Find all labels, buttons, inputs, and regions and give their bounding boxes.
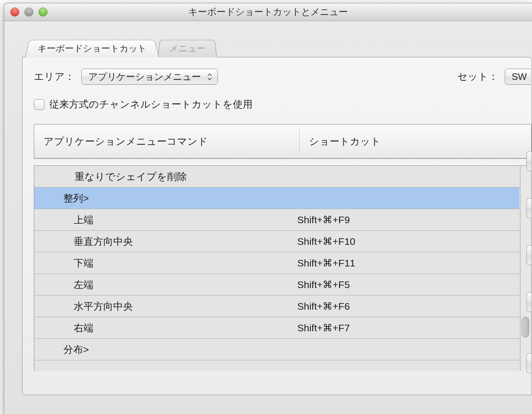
side-button[interactable] [526, 353, 532, 373]
table-row[interactable]: 右端Shift+⌘+F7 [34, 317, 519, 339]
area-select[interactable]: アプリケーションメニュー [81, 69, 218, 85]
dialog-window: キーボードショートカットとメニュー キーボードショートカット メニュー エリア：… [4, 3, 532, 414]
close-icon[interactable] [10, 8, 19, 16]
command-cell: 重なりでシェイプを削除 [34, 170, 297, 183]
command-cell: 垂直方向中央 [34, 235, 297, 248]
tab-label: キーボードショートカット [37, 44, 147, 54]
command-cell: 左端 [34, 278, 297, 291]
table-row[interactable]: 重なりでシェイプを削除 [34, 166, 519, 187]
header-table: アプリケーションメニューコマンド ショートカット [34, 124, 532, 159]
legacy-checkbox-label: 従来方式のチャンネルショートカットを使用 [49, 98, 253, 111]
table-header: アプリケーションメニューコマンド ショートカット [34, 125, 531, 158]
area-label: エリア： [34, 70, 75, 83]
table-row[interactable] [34, 360, 519, 371]
side-button[interactable] [526, 151, 532, 171]
set-group: セット： SW [457, 69, 531, 85]
column-header-shortcut-label: ショートカット [309, 136, 381, 147]
shortcut-cell: Shift+⌘+F11 [297, 258, 519, 269]
shortcut-cell: Shift+⌘+F10 [297, 236, 519, 247]
tab-menus[interactable]: メニュー [158, 40, 217, 57]
tab-bar: キーボードショートカット メニュー [25, 38, 532, 57]
side-button[interactable] [526, 198, 532, 218]
table-row[interactable]: 下端Shift+⌘+F11 [34, 252, 519, 274]
shortcut-cell: Shift+⌘+F7 [297, 322, 519, 334]
tab-panel: エリア： アプリケーションメニュー セット： SW 従来方 [22, 57, 532, 395]
legacy-checkbox[interactable] [34, 99, 45, 110]
table-row[interactable]: 分布> [34, 339, 519, 360]
command-cell: 上端 [34, 213, 297, 227]
zoom-icon[interactable] [39, 8, 47, 16]
table-row[interactable]: 左端Shift+⌘+F5 [34, 274, 519, 296]
minimize-icon[interactable] [24, 8, 33, 16]
side-button[interactable] [526, 245, 532, 265]
table-row[interactable]: 上端Shift+⌘+F9 [34, 209, 519, 231]
command-cell: 右端 [34, 321, 297, 335]
column-header-command[interactable]: アプリケーションメニューコマンド [34, 129, 300, 154]
set-select-value: SW [512, 71, 527, 82]
legacy-checkbox-row: 従来方式のチャンネルショートカットを使用 [34, 98, 532, 111]
shortcut-cell: Shift+⌘+F9 [297, 214, 519, 226]
set-label: セット： [457, 70, 498, 83]
column-header-command-label: アプリケーションメニューコマンド [44, 135, 208, 148]
table-row[interactable]: 垂直方向中央Shift+⌘+F10 [34, 231, 519, 252]
set-select[interactable]: SW [505, 69, 531, 85]
updown-arrows-icon [208, 73, 212, 80]
side-buttons [526, 151, 532, 373]
grid-body: 重なりでシェイプを削除整列>上端Shift+⌘+F9垂直方向中央Shift+⌘+… [34, 166, 519, 371]
shortcut-cell: Shift+⌘+F5 [297, 279, 519, 290]
command-cell: 下端 [34, 257, 297, 270]
table-row[interactable]: 整列> [34, 187, 519, 209]
command-cell: 分布> [34, 343, 297, 356]
side-button[interactable] [526, 292, 532, 312]
controls-row: エリア： アプリケーションメニュー セット： SW [34, 69, 532, 85]
commands-grid: 重なりでシェイプを削除整列>上端Shift+⌘+F9垂直方向中央Shift+⌘+… [34, 165, 532, 371]
tab-keyboard-shortcuts[interactable]: キーボードショートカット [25, 40, 159, 57]
window-controls [10, 8, 47, 16]
shortcut-cell: Shift+⌘+F6 [297, 301, 519, 312]
tab-label: メニュー [169, 44, 206, 54]
command-cell: 水平方向中央 [34, 300, 297, 313]
column-header-shortcut[interactable]: ショートカット [300, 135, 531, 148]
table-row[interactable]: 水平方向中央Shift+⌘+F6 [34, 296, 519, 317]
titlebar: キーボードショートカットとメニュー [4, 3, 532, 21]
area-select-value: アプリケーションメニュー [88, 70, 201, 83]
command-cell: 整列> [34, 192, 297, 205]
content-area: キーボードショートカット メニュー エリア： アプリケーションメニュー セット： [4, 21, 532, 414]
window-title: キーボードショートカットとメニュー [4, 6, 532, 18]
